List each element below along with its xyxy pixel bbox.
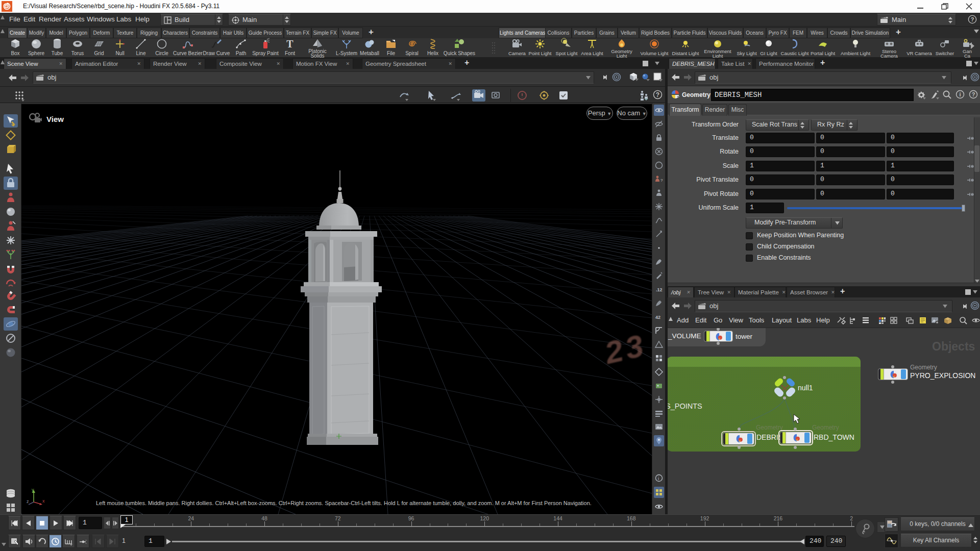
svg-text:i: i (658, 476, 659, 481)
svg-text:.12: .12 (656, 287, 663, 292)
svg-text:?: ? (971, 16, 974, 22)
svg-text:?: ? (660, 178, 663, 183)
svg-text:x: x (42, 498, 45, 504)
svg-text:y: y (32, 487, 34, 492)
svg-text:?: ? (656, 91, 659, 98)
svg-text:T: T (286, 38, 293, 49)
svg-text:?: ? (972, 91, 975, 97)
svg-text:i: i (959, 91, 961, 97)
svg-text:42: 42 (655, 315, 660, 320)
svg-text:z: z (27, 499, 29, 504)
